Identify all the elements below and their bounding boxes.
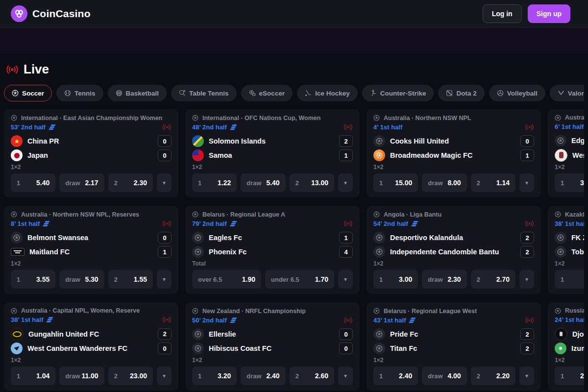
expand-odds-button[interactable]: ▾ [338,270,353,289]
match-card: Australia · Northern NSW NPL4’ 1st halfC… [367,109,541,197]
login-button[interactable]: Log in [483,4,522,23]
table-tennis-icon [179,90,186,97]
sport-tabs: SoccerTennisBasketballTable TenniseSocce… [4,85,584,101]
expand-odds-button[interactable]: ▾ [519,173,534,192]
odds-button-2[interactable]: 223.00 [108,367,153,385]
chevron-down-icon: ▾ [525,179,528,186]
matches-area: International · East Asian Championship … [4,109,584,391]
team-name: Edgewo [571,137,584,145]
tab-label: Dota 2 [456,90,476,97]
odds-button-2[interactable]: 213.00 [290,173,334,192]
odds-button-1[interactable]: 1 [555,270,584,289]
tab-ice-hockey[interactable]: Ice Hockey [297,85,358,101]
odds-button-1[interactable]: 13.20 [192,367,237,385]
odds-button-1[interactable]: 15.40 [11,173,55,192]
tab-valorant[interactable]: Valorant [550,85,584,101]
brand[interactable]: CoinCasino [11,5,91,22]
flag-japan-icon [11,149,23,161]
team-name: Tobol K [571,248,584,256]
expand-odds-button[interactable]: ▾ [157,367,172,385]
tab-table-tennis[interactable]: Table Tennis [171,85,237,101]
odds-button-1[interactable]: 13.50 [555,173,584,192]
ball-generic-icon [555,232,566,244]
tab-soccer[interactable]: Soccer [4,85,52,101]
team-row: Belmont Swansea0 [11,232,172,244]
odds-button-1[interactable]: 13.00 [373,270,418,289]
odds-row: over 6.51.90under 6.51.70▾ [192,270,353,289]
tab-dota-2[interactable]: Dota 2 [438,85,484,101]
stats-icon [43,221,49,226]
score-badge: 2 [520,328,534,340]
score-badge: 0 [339,343,353,354]
live-broadcast-icon [6,65,19,74]
odds-button-draw[interactable]: draw5.30 [59,270,104,289]
odds-button-draw[interactable]: draw5.40 [241,173,285,192]
odds-button-1[interactable]: 115.00 [373,173,418,192]
live-indicator-icon [343,220,353,227]
odds-button-under-6.5[interactable]: under 6.51.70 [265,270,334,289]
odds-button-draw[interactable]: draw2.40 [241,367,285,385]
odds-button-2[interactable]: 22.20 [471,367,515,385]
odds-button-1[interactable]: 11.22 [192,173,237,192]
chevron-down-icon: ▾ [525,276,528,283]
expand-odds-button[interactable]: ▾ [157,270,172,289]
odds-button-draw[interactable]: draw2.17 [59,173,104,192]
match-time-row: 38’ 1st half [11,316,172,323]
odds-button-2[interactable]: 22.60 [290,367,334,385]
signup-button[interactable]: Sign up [528,4,570,23]
odds-button-2[interactable]: 22.70 [471,270,515,289]
odds-row: 115.00draw8.0021.14▾ [373,173,534,192]
league-row: Australia · Northern NSW NPL [373,115,534,121]
match-time-row: 48’ 2nd half [192,123,353,131]
team-name: Cooks Hill United [390,137,515,145]
tab-basketball[interactable]: Basketball [108,85,167,101]
odds-button-2[interactable]: 21.55 [108,270,153,289]
tab-tennis[interactable]: Tennis [56,85,103,101]
team-name: Independente Candomble Bantu [390,248,515,256]
expand-odds-button[interactable]: ▾ [338,173,353,192]
odds-button-1[interactable]: 11.04 [11,367,55,385]
match-time: 24’ 1st half [555,316,584,323]
odds-button-2[interactable]: 22.30 [108,173,153,192]
main-content: Live SoccerTennisBasketballTable Tennise… [0,54,588,391]
chevron-down-icon: ▾ [344,179,347,186]
expand-odds-button[interactable]: ▾ [338,367,353,385]
team-row: Phoenix Fc4 [192,246,353,258]
expand-odds-button[interactable]: ▾ [157,173,172,192]
team-row: Gungahlin United FC2 [11,328,172,340]
tab-esoccer[interactable]: eSoccer [241,85,293,101]
odds-button-1[interactable]: 13.55 [11,270,55,289]
live-indicator-icon [162,124,172,130]
expand-odds-button[interactable]: ▾ [519,367,534,385]
flag-china-icon [11,135,23,147]
odds-button-draw[interactable]: draw2.30 [422,270,466,289]
score-badge: 1 [520,149,534,161]
flag-solomon-islands-icon [192,135,204,147]
tab-volleyball[interactable]: Volleyball [489,85,545,101]
soccer-ball-icon [11,308,17,314]
tab-label: Soccer [22,90,44,97]
odds-button-1[interactable]: 12.90 [555,367,584,385]
match-time: 54’ 2nd half [373,220,408,227]
match-time-row: 6’ 1st half [555,123,584,130]
odds-button-draw[interactable]: draw11.00 [59,367,104,385]
odds-button-draw[interactable]: draw4.00 [422,367,466,385]
west-canberra-crest-icon [11,343,23,354]
team-row: Weston [555,149,584,161]
team-name: Desportivo Kalandula [390,234,515,242]
match-time-row: 8’ 1st half [11,220,172,227]
expand-odds-button[interactable]: ▾ [519,270,534,289]
odds-row: 13.50draw2▾ [555,173,584,192]
odds-button-over-6.5[interactable]: over 6.51.90 [192,270,261,289]
league-label: Australia · [565,115,584,121]
tab-label: Valorant [568,90,584,97]
tab-counter-strike[interactable]: Counter-Strike [362,85,434,101]
counter-strike-icon [370,90,377,97]
odds-button-2[interactable]: 21.14 [471,173,515,192]
team-row: Eagles Fc1 [192,232,353,244]
live-indicator-icon [343,124,353,130]
soccer-ball-icon [373,115,380,121]
odds-button-1[interactable]: 12.40 [373,367,418,385]
odds-button-draw[interactable]: draw8.00 [422,173,466,192]
league-row: New Zealand · NRFL Championship [192,308,353,314]
